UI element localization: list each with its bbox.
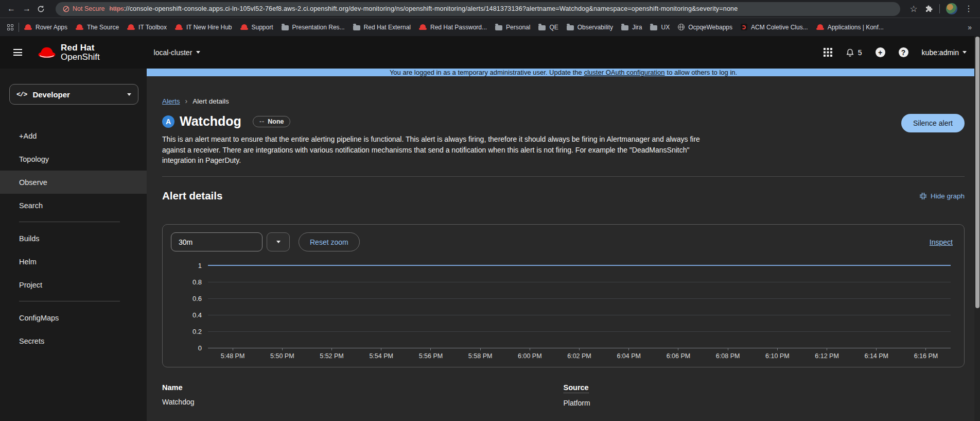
sidebar-nav: +AddTopologyObserveSearchBuildsHelmProje…	[0, 124, 147, 352]
x-tick-label: 6:10 PM	[752, 352, 802, 360]
bookmark-qe[interactable]: QE	[534, 22, 562, 33]
bookmark-ocpqewebapps[interactable]: OcpqeWebapps	[674, 22, 737, 33]
scrollbar-thumb[interactable]	[975, 37, 979, 308]
bookmark-it-new-hire-hub[interactable]: IT New Hire Hub	[171, 22, 236, 33]
name-value: Watchdog	[162, 398, 564, 406]
reload-icon[interactable]	[37, 5, 47, 13]
app-launcher-icon[interactable]	[824, 48, 832, 57]
cluster-selector[interactable]: local-cluster	[154, 48, 201, 57]
bookmark-observability[interactable]: Observability	[563, 22, 617, 33]
apps-grid-icon[interactable]	[7, 24, 13, 30]
source-field: Source Platform	[564, 383, 965, 407]
chevron-down-icon	[962, 51, 967, 54]
x-tick-label: 6:02 PM	[554, 352, 604, 360]
address-bar[interactable]: Not Secure https://console-openshift-con…	[56, 2, 900, 16]
bookmark-personal[interactable]: Personal	[491, 22, 534, 33]
x-axis-ticks	[208, 348, 951, 350]
bookmark-label: Presentation Res...	[292, 24, 345, 31]
duration-dropdown-button[interactable]	[267, 232, 290, 251]
hide-graph-button[interactable]: Hide graph	[919, 192, 965, 200]
sidebar: </> Developer +AddTopologyObserveSearchB…	[0, 69, 147, 421]
perspective-switcher[interactable]: </> Developer	[9, 84, 138, 105]
notification-count: 5	[858, 48, 862, 57]
chart[interactable]: 10.80.60.40.20 5:48 PM5:50 PM5:52 PM5:54…	[174, 265, 951, 360]
not-secure-label: Not Secure	[73, 5, 105, 12]
silence-alert-button[interactable]: Silence alert	[901, 114, 965, 132]
bookmark-acm-coletive-clus[interactable]: ACM Coletive Clus...	[737, 22, 812, 33]
scrollbar-track[interactable]	[974, 37, 980, 421]
circle-slash-icon	[63, 6, 69, 12]
profile-avatar[interactable]	[946, 3, 957, 14]
bookmark-presentation-res[interactable]: Presentation Res...	[277, 22, 349, 33]
source-label: Source	[564, 383, 589, 393]
bookmark-red-hat-password[interactable]: Red Hat Password...	[415, 22, 491, 33]
divider	[19, 23, 19, 32]
y-tick-label: 0	[198, 344, 202, 352]
bookmark-jira[interactable]: Jira	[617, 22, 646, 33]
sidebar-item-topology[interactable]: Topology	[0, 147, 147, 171]
help-button[interactable]: ?	[899, 47, 908, 57]
bookmark-label: Personal	[506, 24, 530, 31]
bookmark-star-icon[interactable]: ☆	[908, 5, 919, 13]
redhat-icon	[127, 24, 135, 30]
not-secure-badge[interactable]: Not Secure	[63, 5, 105, 12]
back-icon[interactable]: ←	[6, 5, 16, 13]
bookmark-label: OcpqeWebapps	[688, 24, 732, 31]
x-tick-label: 6:16 PM	[901, 352, 951, 360]
redhat-icon	[240, 24, 248, 30]
question-circle-icon: ?	[899, 47, 908, 57]
sidebar-item-project[interactable]: Project	[0, 273, 147, 296]
x-tick-label: 5:58 PM	[456, 352, 505, 360]
sidebar-divider	[19, 301, 120, 301]
bookmark-ux[interactable]: UX	[646, 22, 674, 33]
oauth-config-link[interactable]: cluster OAuth configuration	[584, 69, 665, 76]
gridline: 0.4	[208, 315, 951, 315]
bookmark-red-hat-external[interactable]: Red Hat External	[349, 22, 415, 33]
bookmark-the-source[interactable]: The Source	[72, 22, 123, 33]
reset-zoom-button[interactable]: Reset zoom	[299, 232, 360, 251]
folder-icon	[353, 25, 360, 30]
bookmarks-bar: Rover Apps The Source IT Toolbox IT New …	[0, 18, 980, 36]
sidebar-item-builds[interactable]: Builds	[0, 227, 147, 250]
sidebar-item-add[interactable]: +Add	[0, 124, 147, 147]
bookmark-label: QE	[549, 24, 558, 31]
bookmark-support[interactable]: Support	[236, 22, 277, 33]
forward-icon[interactable]: →	[22, 5, 32, 13]
y-tick-label: 0.2	[192, 328, 202, 335]
chart-plot[interactable]: 10.80.60.40.20	[208, 265, 951, 348]
notifications-bell[interactable]: 5	[846, 48, 862, 57]
sidebar-item-search[interactable]: Search	[0, 194, 147, 217]
folder-icon	[567, 25, 574, 30]
sidebar-item-configmaps[interactable]: ConfigMaps	[0, 306, 147, 329]
user-menu[interactable]: kube:admin	[922, 48, 967, 57]
code-icon: </>	[16, 91, 27, 98]
browser-menu-icon[interactable]: ⋮	[964, 5, 974, 13]
quick-create-button[interactable]: +	[876, 47, 885, 57]
inspect-link[interactable]: Inspect	[930, 238, 953, 246]
extensions-icon[interactable]	[925, 5, 933, 13]
hamburger-menu-icon[interactable]	[13, 49, 22, 56]
bookmark-it-toolbox[interactable]: IT Toolbox	[123, 22, 171, 33]
folder-icon	[495, 25, 502, 30]
bookmarks-overflow-icon[interactable]: »	[965, 23, 975, 31]
brand-logo: Red Hat OpenShift	[38, 43, 100, 62]
bookmark-rover-apps[interactable]: Rover Apps	[20, 22, 72, 33]
x-tick-label: 6:04 PM	[604, 352, 654, 360]
breadcrumb-alerts-link[interactable]: Alerts	[162, 97, 180, 105]
sidebar-item-observe[interactable]: Observe	[0, 171, 147, 194]
sidebar-item-secrets[interactable]: Secrets	[0, 329, 147, 352]
y-tick-label: 1	[198, 262, 202, 270]
bell-icon	[846, 48, 854, 57]
y-tick-label: 0.8	[192, 278, 202, 286]
x-tick-label: 6:00 PM	[505, 352, 554, 360]
redhat-icon	[419, 24, 427, 30]
folder-icon	[538, 25, 546, 30]
bookmark-applications-konf[interactable]: Applications | Konf...	[812, 22, 888, 33]
duration-input[interactable]	[171, 232, 262, 251]
bookmark-label: Support	[252, 24, 273, 31]
masthead: Red Hat OpenShift local-cluster 5 + ? ku…	[0, 36, 980, 69]
banner-text: to allow others to log in.	[667, 69, 738, 76]
redhat-icon	[24, 24, 32, 30]
sidebar-item-helm[interactable]: Helm	[0, 250, 147, 273]
severity-badge: -- None	[253, 116, 291, 127]
